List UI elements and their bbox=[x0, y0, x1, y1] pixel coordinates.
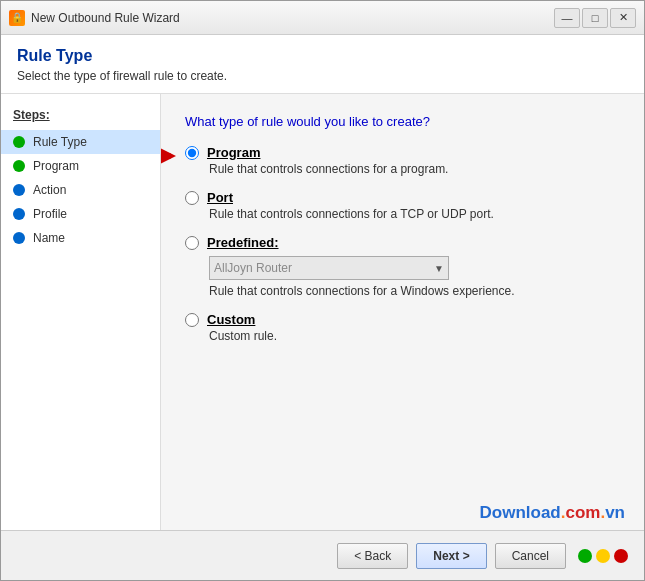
predefined-label: Predefined: bbox=[207, 235, 279, 250]
watermark: Download.com.vn bbox=[480, 503, 626, 523]
watermark-com: com bbox=[565, 503, 600, 522]
port-option-row: Port bbox=[185, 190, 620, 205]
sidebar-item-name[interactable]: Name bbox=[1, 226, 160, 250]
step-dot-action bbox=[13, 184, 25, 196]
predefined-option-group: Predefined: AllJoyn Router ▼ Rule that c… bbox=[185, 235, 620, 298]
program-radio[interactable] bbox=[185, 146, 199, 160]
back-button[interactable]: < Back bbox=[337, 543, 408, 569]
custom-label: Custom bbox=[207, 312, 255, 327]
watermark-dot1: . bbox=[561, 503, 566, 522]
close-button[interactable]: ✕ bbox=[610, 8, 636, 28]
custom-radio[interactable] bbox=[185, 313, 199, 327]
next-button[interactable]: Next > bbox=[416, 543, 486, 569]
port-option-group: Port Rule that controls connections for … bbox=[185, 190, 620, 221]
sidebar-item-rule-type[interactable]: Rule Type bbox=[1, 130, 160, 154]
predefined-select-row: AllJoyn Router ▼ bbox=[209, 256, 620, 280]
custom-option-group: Custom Custom rule. bbox=[185, 312, 620, 343]
question-text: What type of rule would you like to crea… bbox=[185, 114, 620, 129]
port-label: Port bbox=[207, 190, 233, 205]
program-option-group: Program Rule that controls connections f… bbox=[185, 145, 620, 176]
arrow-indicator bbox=[161, 145, 179, 167]
predefined-radio[interactable] bbox=[185, 236, 199, 250]
footer-dots bbox=[578, 549, 628, 563]
sidebar-label: Steps: bbox=[1, 104, 160, 130]
main-content: What type of rule would you like to crea… bbox=[161, 94, 644, 530]
program-option-row: Program bbox=[185, 145, 620, 160]
window-icon: 🔒 bbox=[9, 10, 25, 26]
title-bar-controls: — □ ✕ bbox=[554, 8, 636, 28]
predefined-desc: Rule that controls connections for a Win… bbox=[209, 284, 620, 298]
sidebar-item-label-action: Action bbox=[33, 183, 66, 197]
page-subtitle: Select the type of firewall rule to crea… bbox=[17, 69, 628, 83]
arrow-icon bbox=[161, 145, 179, 167]
predefined-dropdown-value: AllJoyn Router bbox=[214, 261, 292, 275]
watermark-vn: vn bbox=[605, 503, 625, 522]
window-title: New Outbound Rule Wizard bbox=[31, 11, 548, 25]
footer-dot-yellow bbox=[596, 549, 610, 563]
minimize-button[interactable]: — bbox=[554, 8, 580, 28]
program-desc: Rule that controls connections for a pro… bbox=[209, 162, 620, 176]
content-area: Steps: Rule Type Program Action Profile … bbox=[1, 94, 644, 530]
maximize-button[interactable]: □ bbox=[582, 8, 608, 28]
sidebar: Steps: Rule Type Program Action Profile … bbox=[1, 94, 161, 530]
footer: < Back Next > Cancel bbox=[1, 530, 644, 580]
cancel-button[interactable]: Cancel bbox=[495, 543, 566, 569]
custom-option-row: Custom bbox=[185, 312, 620, 327]
sidebar-item-program[interactable]: Program bbox=[1, 154, 160, 178]
step-dot-program bbox=[13, 160, 25, 172]
sidebar-item-action[interactable]: Action bbox=[1, 178, 160, 202]
sidebar-item-label-rule-type: Rule Type bbox=[33, 135, 87, 149]
footer-dot-green bbox=[578, 549, 592, 563]
predefined-option-row: Predefined: bbox=[185, 235, 620, 250]
title-bar: 🔒 New Outbound Rule Wizard — □ ✕ bbox=[1, 1, 644, 35]
dropdown-arrow-icon: ▼ bbox=[434, 263, 444, 274]
program-label: Program bbox=[207, 145, 260, 160]
step-dot-name bbox=[13, 232, 25, 244]
sidebar-item-label-profile: Profile bbox=[33, 207, 67, 221]
port-desc: Rule that controls connections for a TCP… bbox=[209, 207, 620, 221]
page-title: Rule Type bbox=[17, 47, 628, 65]
page-header: Rule Type Select the type of firewall ru… bbox=[1, 35, 644, 94]
predefined-dropdown[interactable]: AllJoyn Router ▼ bbox=[209, 256, 449, 280]
port-radio[interactable] bbox=[185, 191, 199, 205]
step-dot-rule-type bbox=[13, 136, 25, 148]
sidebar-item-label-program: Program bbox=[33, 159, 79, 173]
step-dot-profile bbox=[13, 208, 25, 220]
sidebar-item-profile[interactable]: Profile bbox=[1, 202, 160, 226]
watermark-dot2: . bbox=[600, 503, 605, 522]
window: 🔒 New Outbound Rule Wizard — □ ✕ Rule Ty… bbox=[0, 0, 645, 581]
sidebar-item-label-name: Name bbox=[33, 231, 65, 245]
watermark-dl: Download bbox=[480, 503, 561, 522]
custom-desc: Custom rule. bbox=[209, 329, 620, 343]
options-container: Program Rule that controls connections f… bbox=[185, 145, 620, 357]
footer-dot-red bbox=[614, 549, 628, 563]
